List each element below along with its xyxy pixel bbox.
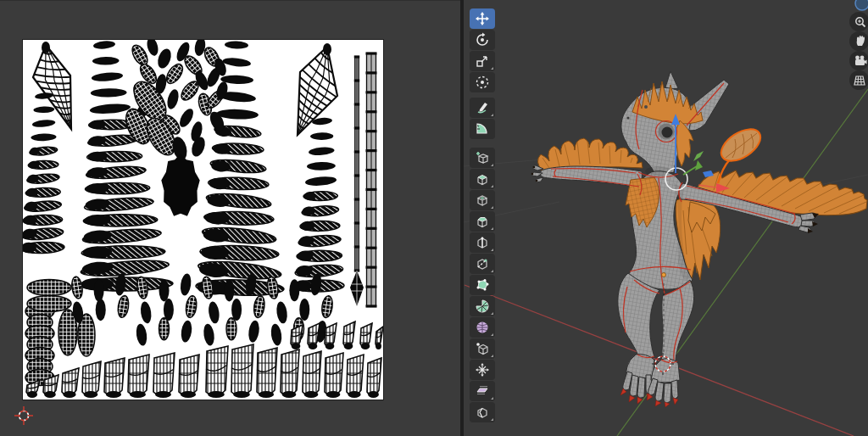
tool-edge-slide[interactable] (470, 338, 495, 359)
origin-dot (662, 273, 666, 277)
extrude-region-icon (475, 171, 490, 187)
scale-icon (475, 53, 490, 69)
uv-image-editor[interactable] (0, 0, 460, 436)
annotate-icon (475, 100, 490, 115)
blender-window (0, 0, 868, 436)
tool-transform[interactable] (470, 72, 495, 92)
shrink-fatten-icon (475, 362, 490, 377)
leaf-fin[interactable] (715, 123, 765, 183)
viewport-scene (464, 0, 868, 436)
nav-zoom-button[interactable] (849, 12, 868, 31)
shear-icon (475, 383, 490, 399)
x-axis-line (465, 285, 854, 436)
uv-2d-cursor[interactable] (14, 405, 34, 426)
loop-cut-icon (475, 235, 490, 250)
nav-camera-view-button[interactable] (849, 51, 868, 70)
gizmo-y-axis[interactable] (683, 166, 697, 175)
tool-measure[interactable] (470, 119, 495, 139)
camera-view-icon (852, 53, 867, 68)
creature-model[interactable] (531, 71, 867, 407)
tool-shrink-fatten[interactable] (470, 360, 495, 380)
tool-rip-region[interactable] (470, 402, 495, 422)
poly-build-icon (475, 277, 490, 293)
tool-bevel[interactable] (470, 211, 495, 232)
uv-islands (23, 40, 383, 400)
nav-move-view-button[interactable] (849, 31, 868, 51)
tool-extrude-region[interactable] (470, 169, 495, 189)
tool-shear[interactable] (470, 381, 495, 401)
nav-gizmo-ball[interactable] (853, 0, 868, 12)
tool-knife[interactable] (470, 254, 495, 274)
uv-layout-image[interactable] (23, 40, 383, 400)
tool-rotate[interactable] (470, 30, 495, 50)
inset-faces-icon (475, 193, 490, 208)
tool-inset-faces[interactable] (470, 190, 495, 210)
zoom-icon (852, 14, 867, 29)
move-view-icon (852, 34, 867, 48)
measure-icon (475, 121, 490, 137)
smooth-icon (475, 320, 490, 335)
tool-scale[interactable] (470, 51, 495, 71)
tool-poly-build[interactable] (470, 275, 495, 295)
rip-region-icon (475, 405, 490, 420)
toggle-ortho-icon (852, 73, 867, 87)
spin-icon (475, 299, 490, 314)
add-cube-icon (475, 150, 490, 165)
right-leg (661, 280, 694, 362)
nav-toggle-ortho-button[interactable] (849, 70, 868, 90)
edge-slide-icon (475, 341, 490, 356)
tool-smooth[interactable] (470, 317, 495, 338)
tool-loop-cut[interactable] (470, 232, 495, 253)
move-icon (475, 11, 490, 26)
tool-spin[interactable] (470, 296, 495, 316)
rotate-icon (475, 32, 490, 48)
transform-icon (475, 75, 490, 90)
viewport-3d[interactable] (464, 0, 868, 436)
knife-icon (475, 256, 490, 271)
tool-add-cube[interactable] (470, 148, 495, 168)
tool-move[interactable] (470, 8, 495, 29)
bevel-icon (475, 214, 490, 229)
tool-annotate[interactable] (470, 98, 495, 118)
